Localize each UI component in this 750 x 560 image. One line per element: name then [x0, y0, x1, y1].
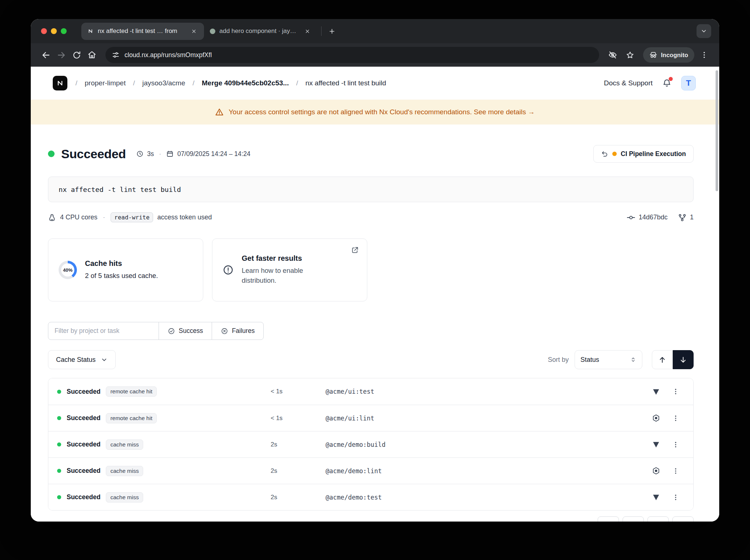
status-dot: [48, 151, 55, 157]
arrow-up-icon: [658, 356, 666, 364]
banner-text[interactable]: Your access control settings are not ali…: [229, 108, 535, 116]
row-menu-icon[interactable]: [669, 464, 682, 478]
task-name: @acme/ui:lint: [326, 415, 644, 422]
task-row[interactable]: Succeeded cache miss 2s @acme/demo:build: [48, 431, 693, 457]
sort-ascending-button[interactable]: [652, 350, 673, 369]
incognito-icon: [649, 51, 657, 59]
task-name: @acme/demo:build: [326, 441, 644, 448]
row-menu-icon[interactable]: [669, 385, 682, 398]
task-duration: 2s: [271, 441, 326, 448]
breadcrumb-workspace[interactable]: proper-limpet: [85, 79, 126, 87]
calendar-icon: [166, 150, 174, 157]
ci-pipeline-execution-button[interactable]: CI Pipeline Execution: [593, 145, 694, 163]
run-datetime: 07/09/2025 14:24 – 14:24: [177, 150, 250, 158]
cache-hits-card: 40% Cache hits 2 of 5 tasks used cache.: [48, 238, 203, 301]
failures-filter-button[interactable]: Failures: [212, 322, 264, 340]
cache-hits-ring: 40%: [59, 261, 77, 279]
warning-icon: [215, 108, 224, 116]
status-dot: [57, 416, 61, 420]
filter-row: Success Failures: [48, 322, 694, 340]
pagination-button[interactable]: [672, 516, 694, 522]
run-status-row: Succeeded 3s · 07/09/2025 14:24 – 14:24 …: [48, 145, 694, 163]
pipeline-button-label: CI Pipeline Execution: [621, 150, 686, 158]
task-row[interactable]: Succeeded cache miss 2s @acme/demo:lint: [48, 457, 693, 484]
pagination-button[interactable]: [623, 516, 644, 522]
access-token-suffix: access token used: [157, 214, 212, 221]
branch-count[interactable]: 1: [690, 214, 694, 221]
nx-favicon-icon: [87, 28, 94, 34]
task-row[interactable]: Succeeded remote cache hit < 1s @acme/ui…: [48, 378, 693, 405]
clock-icon: [136, 150, 144, 157]
cache-badge: cache miss: [106, 492, 143, 502]
forward-button[interactable]: [53, 47, 69, 63]
tab-title: nx affected -t lint test … from: [98, 27, 185, 35]
breadcrumb-run[interactable]: nx affected -t lint test build: [305, 79, 386, 87]
tab-hero-component[interactable]: add hero component · jaysoo: [204, 23, 318, 40]
alert-circle-icon: [223, 264, 234, 275]
filter-input[interactable]: [48, 322, 159, 340]
sort-select[interactable]: Status: [575, 350, 642, 369]
task-name: @acme/demo:lint: [326, 467, 644, 475]
docs-support-link[interactable]: Docs & Support: [604, 79, 653, 87]
maximize-window-button[interactable]: [61, 28, 67, 34]
cache-hits-subtitle: 2 of 5 tasks used cache.: [85, 271, 158, 281]
nx-logo-icon[interactable]: [53, 76, 67, 90]
task-duration: < 1s: [271, 415, 326, 422]
tab-divider: [321, 26, 322, 36]
reload-button[interactable]: [69, 47, 84, 63]
back-button[interactable]: [38, 47, 53, 63]
pipeline-status-dot: [612, 152, 617, 156]
breadcrumb-commit[interactable]: Merge 409b44e5cb02c53...: [202, 79, 289, 87]
cpu-cores: 4 CPU cores: [60, 214, 97, 221]
branch-graph-icon: [678, 213, 687, 222]
new-tab-button[interactable]: [325, 25, 338, 38]
scrollbar-thumb[interactable]: [716, 70, 718, 191]
avatar[interactable]: T: [681, 76, 696, 90]
close-tab-icon[interactable]: [303, 27, 312, 36]
site-settings-icon[interactable]: [112, 51, 119, 59]
close-window-button[interactable]: [41, 28, 47, 34]
run-duration: 3s: [147, 150, 154, 158]
eye-off-icon[interactable]: [605, 47, 620, 63]
page-content: / proper-limpet / jaysoo3/acme / Merge 4…: [31, 67, 719, 522]
vitest-icon: [652, 493, 660, 501]
commit-sha[interactable]: 14d67bdc: [639, 214, 668, 221]
cache-badge: remote cache hit: [106, 386, 157, 397]
tab-overflow-chevron-icon[interactable]: [697, 24, 711, 38]
arrow-down-icon: [679, 356, 687, 364]
tab-nx-run[interactable]: nx affected -t lint test … from: [81, 23, 204, 40]
access-control-banner[interactable]: Your access control settings are not ali…: [31, 100, 719, 125]
external-link-icon[interactable]: [351, 246, 359, 254]
chevrons-updown-icon: [630, 356, 636, 363]
return-arrow-icon: [601, 150, 608, 157]
sort-descending-button[interactable]: [673, 350, 694, 369]
cache-badge: cache miss: [106, 440, 143, 450]
linux-penguin-icon: [48, 214, 56, 222]
breadcrumb-repo[interactable]: jaysoo3/acme: [142, 79, 185, 87]
task-row[interactable]: Succeeded remote cache hit < 1s @acme/ui…: [48, 405, 693, 431]
row-menu-icon[interactable]: [669, 438, 682, 451]
address-bar[interactable]: cloud.nx.app/runs/smOmxpfXfl: [105, 47, 599, 63]
success-filter-button[interactable]: Success: [159, 322, 212, 340]
task-list: Succeeded remote cache hit < 1s @acme/ui…: [48, 378, 694, 511]
row-menu-icon[interactable]: [669, 412, 682, 425]
minimize-window-button[interactable]: [51, 28, 57, 34]
cache-percent: 40%: [63, 267, 73, 273]
task-duration: 2s: [271, 494, 326, 501]
get-faster-results-card[interactable]: Get faster results Learn how to enable d…: [212, 238, 367, 301]
pagination-button[interactable]: [647, 516, 669, 522]
git-commit-icon: [627, 213, 635, 222]
bookmark-star-icon[interactable]: [623, 47, 638, 63]
close-tab-icon[interactable]: [189, 27, 198, 36]
run-command: nx affected -t lint test build: [48, 177, 694, 202]
notifications-bell-icon[interactable]: [662, 78, 672, 88]
pagination-button[interactable]: [598, 516, 619, 522]
cache-hits-title: Cache hits: [85, 259, 158, 268]
status-dot: [57, 390, 61, 394]
url-text: cloud.nx.app/runs/smOmxpfXfl: [125, 51, 212, 59]
row-menu-icon[interactable]: [669, 491, 682, 504]
browser-menu-icon[interactable]: [697, 47, 712, 63]
home-button[interactable]: [84, 47, 100, 63]
cache-status-dropdown[interactable]: Cache Status: [48, 350, 116, 369]
task-row[interactable]: Succeeded cache miss 2s @acme/demo:test: [48, 484, 693, 510]
